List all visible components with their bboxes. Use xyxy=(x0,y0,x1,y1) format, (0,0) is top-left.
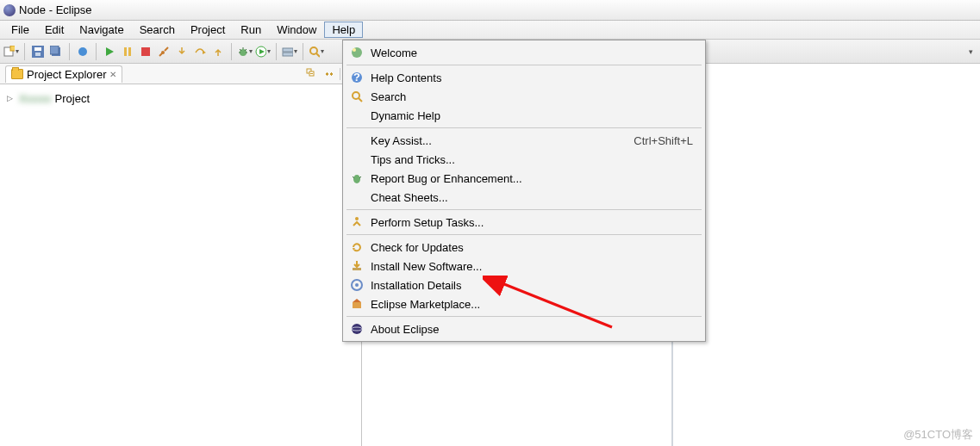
menu-separator xyxy=(346,316,702,317)
terminate-button[interactable] xyxy=(138,44,153,59)
menu-project[interactable]: Project xyxy=(183,22,233,38)
menu-item-label: Cheat Sheets... xyxy=(371,191,703,204)
menu-item-label: Welcome xyxy=(371,46,703,59)
menu-separator xyxy=(346,209,702,210)
menu-item-label: Help Contents xyxy=(371,71,703,84)
menu-help[interactable]: Help xyxy=(324,22,363,38)
menu-item-label: Dynamic Help xyxy=(371,109,703,122)
menu-item-check-for-updates[interactable]: Check for Updates xyxy=(345,238,703,257)
menu-item-key-assist[interactable]: Key Assist...Ctrl+Shift+L xyxy=(345,131,703,150)
svg-rect-39 xyxy=(353,302,361,308)
menu-item-label: Eclipse Marketplace... xyxy=(371,298,703,311)
svg-line-30 xyxy=(359,98,362,102)
menu-bar: FileEditNavigateSearchProjectRunWindowHe… xyxy=(0,21,980,40)
view-title: Project Explorer xyxy=(27,68,106,81)
run-button[interactable] xyxy=(255,44,271,59)
svg-rect-10 xyxy=(128,47,131,56)
menu-edit[interactable]: Edit xyxy=(37,22,72,38)
collapse-all-button[interactable] xyxy=(305,67,319,81)
svg-point-38 xyxy=(355,283,359,287)
toggle-breakpoint-button[interactable] xyxy=(75,44,91,59)
new-button[interactable] xyxy=(3,44,19,59)
details-icon xyxy=(350,278,364,292)
blank-icon xyxy=(350,133,364,147)
svg-point-34 xyxy=(355,217,359,220)
help-icon: ? xyxy=(350,71,364,84)
menu-item-installation-details[interactable]: Installation Details xyxy=(345,276,703,294)
project-explorer-tab[interactable]: Project Explorer ✕ xyxy=(5,65,122,83)
menu-navigate[interactable]: Navigate xyxy=(72,22,131,38)
menu-item-label: Installation Details xyxy=(371,279,703,292)
eclipse-icon xyxy=(350,322,364,336)
expand-icon[interactable]: ▷ xyxy=(7,94,16,102)
menu-item-search[interactable]: Search xyxy=(345,87,703,106)
svg-point-7 xyxy=(78,47,87,56)
svg-line-20 xyxy=(316,53,320,57)
save-button[interactable] xyxy=(30,44,46,59)
menu-item-label: Search xyxy=(371,90,703,103)
disconnect-button[interactable] xyxy=(156,44,172,59)
menu-window[interactable]: Window xyxy=(269,22,324,38)
watermark: @51CTO博客 xyxy=(903,427,973,443)
menu-item-accelerator: Ctrl+Shift+L xyxy=(634,134,703,147)
menu-item-label: Check for Updates xyxy=(371,241,703,254)
svg-text:?: ? xyxy=(353,71,360,84)
menu-run[interactable]: Run xyxy=(233,22,269,38)
project-name-blurred: Xxxxx xyxy=(19,92,52,105)
menu-item-label: Tips and Tricks... xyxy=(371,153,703,166)
step-into-button[interactable] xyxy=(174,44,190,59)
menu-item-help-contents[interactable]: ?Help Contents xyxy=(345,68,703,87)
window-title: Node - Eclipse xyxy=(19,3,92,16)
step-return-button[interactable] xyxy=(210,44,226,59)
bug-icon xyxy=(350,171,364,185)
svg-rect-17 xyxy=(283,48,293,52)
svg-rect-3 xyxy=(34,47,41,51)
svg-rect-1 xyxy=(10,46,15,51)
tree-item[interactable]: ▷ Xxxxx Project xyxy=(7,90,354,107)
help-menu-dropdown: Welcome?Help ContentsSearchDynamic HelpK… xyxy=(342,40,706,342)
svg-rect-4 xyxy=(35,53,41,56)
menu-item-label: Perform Setup Tasks... xyxy=(371,216,703,229)
menu-file[interactable]: File xyxy=(3,22,37,38)
svg-rect-6 xyxy=(50,46,59,54)
menu-item-about-eclipse[interactable]: About Eclipse xyxy=(345,319,703,338)
eclipse-icon xyxy=(3,4,16,16)
folder-icon xyxy=(11,69,23,79)
save-all-button[interactable] xyxy=(48,44,64,59)
svg-rect-36 xyxy=(353,268,361,270)
blank-icon xyxy=(350,152,364,166)
menu-item-label: Report Bug or Enhancement... xyxy=(371,172,703,185)
svg-rect-18 xyxy=(283,53,293,56)
svg-point-29 xyxy=(353,92,359,99)
project-explorer-view: Project Explorer ✕ ▷ Xxxxx Project xyxy=(0,64,362,446)
link-editor-button[interactable] xyxy=(322,67,336,81)
menu-item-cheat-sheets[interactable]: Cheat Sheets... xyxy=(345,188,703,207)
svg-point-12 xyxy=(161,51,165,54)
menu-item-label: About Eclipse xyxy=(371,323,703,336)
menu-item-eclipse-marketplace[interactable]: Eclipse Marketplace... xyxy=(345,294,703,313)
close-icon[interactable]: ✕ xyxy=(109,70,116,79)
svg-point-41 xyxy=(352,324,362,334)
menu-item-dynamic-help[interactable]: Dynamic Help xyxy=(345,106,703,125)
step-over-button[interactable] xyxy=(192,44,208,59)
menu-item-perform-setup-tasks[interactable]: Perform Setup Tasks... xyxy=(345,213,703,232)
svg-point-19 xyxy=(310,47,317,54)
menu-separator xyxy=(346,234,702,235)
project-tree[interactable]: ▷ Xxxxx Project xyxy=(0,84,361,112)
menu-item-label: Install New Software... xyxy=(371,260,703,273)
search-toolbar-button[interactable] xyxy=(309,44,324,59)
menu-search[interactable]: Search xyxy=(132,22,183,38)
suspend-button[interactable] xyxy=(120,44,135,59)
blank-icon xyxy=(350,108,364,122)
debug-button[interactable] xyxy=(237,44,253,59)
menu-item-welcome[interactable]: Welcome xyxy=(345,43,703,62)
project-name-suffix: Project xyxy=(55,92,90,105)
svg-point-26 xyxy=(353,48,356,52)
svg-marker-8 xyxy=(106,47,114,56)
resume-button[interactable] xyxy=(102,44,117,59)
new-server-button[interactable] xyxy=(282,44,297,59)
menu-item-report-bug-or-enhancement[interactable]: Report Bug or Enhancement... xyxy=(345,169,703,188)
perspective-switcher[interactable]: ▾ xyxy=(969,40,980,64)
menu-item-tips-and-tricks[interactable]: Tips and Tricks... xyxy=(345,150,703,169)
menu-item-install-new-software[interactable]: Install New Software... xyxy=(345,257,703,276)
